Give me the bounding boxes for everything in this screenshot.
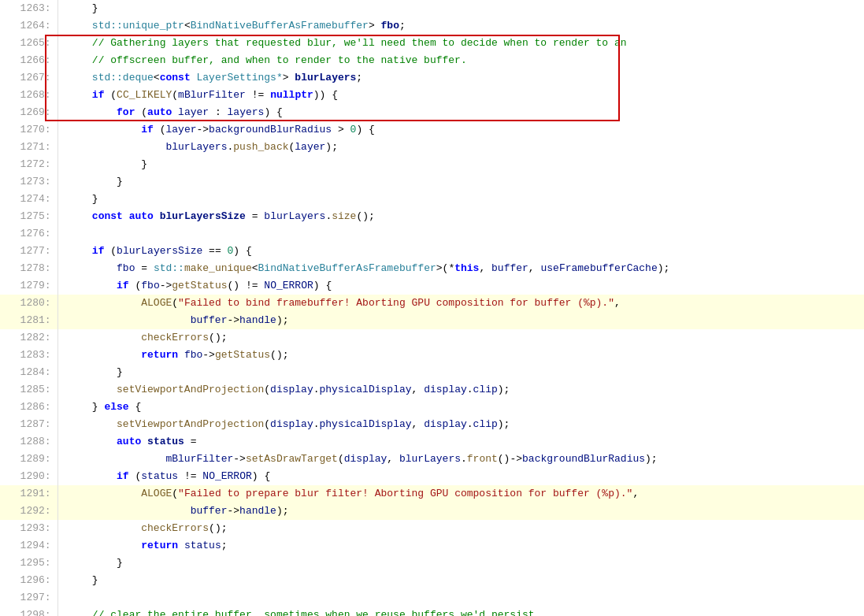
line-content: return status;: [57, 537, 864, 555]
line-content: std::unique_ptr<BindNativeBufferAsFrameb…: [57, 17, 864, 35]
line-content: }: [57, 173, 864, 191]
table-row: 1289: mBlurFilter->setAsDrawTarget(displ…: [0, 451, 864, 468]
line-content: [57, 225, 864, 243]
line-number: 1274:: [0, 191, 57, 208]
line-number: 1271:: [0, 139, 57, 156]
line-number: 1280:: [0, 295, 57, 312]
table-row: 1263: }: [0, 0, 864, 17]
line-number: 1270:: [0, 121, 57, 139]
line-number: 1275:: [0, 208, 57, 225]
line-number: 1264:: [0, 17, 57, 35]
line-content: auto status =: [57, 433, 864, 451]
line-content: } else {: [57, 399, 864, 416]
code-editor: 1263: } 1264: std::unique_ptr<BindNative…: [0, 0, 864, 616]
line-content: }: [57, 156, 864, 173]
line-number: 1284:: [0, 364, 57, 381]
line-number: 1267:: [0, 69, 57, 87]
table-row: 1266: // offscreen buffer, and when to r…: [0, 52, 864, 69]
table-row: 1283: return fbo->getStatus();: [0, 347, 864, 364]
line-content: const auto blurLayersSize = blurLayers.s…: [57, 208, 864, 225]
line-content: ALOGE("Failed to prepare blur filter! Ab…: [57, 485, 864, 503]
table-row: 1282: checkErrors();: [0, 329, 864, 347]
line-number: 1290:: [0, 468, 57, 485]
line-content: for (auto layer : layers) {: [57, 104, 864, 121]
line-content: mBlurFilter->setAsDrawTarget(display, bl…: [57, 451, 864, 468]
table-row: 1293: checkErrors();: [0, 520, 864, 537]
line-content: std::deque<const LayerSettings*> blurLay…: [57, 69, 864, 87]
line-content: if (CC_LIKELY(mBlurFilter != nullptr)) {: [57, 87, 864, 104]
table-row: 1288: auto status =: [0, 433, 864, 451]
line-number: 1286:: [0, 399, 57, 416]
line-number: 1298:: [0, 607, 57, 616]
line-number: 1279:: [0, 277, 57, 295]
table-row: 1264: std::unique_ptr<BindNativeBufferAs…: [0, 17, 864, 35]
line-number: 1265:: [0, 35, 57, 52]
table-row: 1286: } else {: [0, 399, 864, 416]
line-content: }: [57, 0, 864, 17]
line-number: 1294:: [0, 537, 57, 555]
table-row: 1296: }: [0, 572, 864, 589]
table-row: 1280: ALOGE("Failed to bind framebuffer!…: [0, 295, 864, 312]
line-content: ALOGE("Failed to bind framebuffer! Abort…: [57, 295, 864, 312]
table-row: 1273: }: [0, 173, 864, 191]
line-content: setViewportAndProjection(display.physica…: [57, 416, 864, 433]
line-number: 1278:: [0, 260, 57, 277]
table-row: 1285: setViewportAndProjection(display.p…: [0, 381, 864, 399]
line-content: }: [57, 555, 864, 572]
table-row: 1279: if (fbo->getStatus() != NO_ERROR) …: [0, 277, 864, 295]
line-number: 1297:: [0, 589, 57, 607]
line-number: 1287:: [0, 416, 57, 433]
line-number: 1289:: [0, 451, 57, 468]
line-content: setViewportAndProjection(display.physica…: [57, 381, 864, 399]
table-row: 1265: // Gathering layers that requested…: [0, 35, 864, 52]
line-number: 1295:: [0, 555, 57, 572]
line-number: 1281:: [0, 312, 57, 329]
line-content: if (layer->backgroundBlurRadius > 0) {: [57, 121, 864, 139]
table-row: 1298: // clear the entire buffer, someti…: [0, 607, 864, 616]
line-number: 1296:: [0, 572, 57, 589]
line-number: 1273:: [0, 173, 57, 191]
line-content: if (fbo->getStatus() != NO_ERROR) {: [57, 277, 864, 295]
line-content: }: [57, 364, 864, 381]
table-row: 1281: buffer->handle);: [0, 312, 864, 329]
line-content: if (blurLayersSize == 0) {: [57, 243, 864, 260]
table-row: 1276:: [0, 225, 864, 243]
table-row: 1272: }: [0, 156, 864, 173]
line-content: buffer->handle);: [57, 503, 864, 520]
line-number: 1293:: [0, 520, 57, 537]
table-row: 1291: ALOGE("Failed to prepare blur filt…: [0, 485, 864, 503]
line-number: 1268:: [0, 87, 57, 104]
line-content: if (status != NO_ERROR) {: [57, 468, 864, 485]
line-content: [57, 589, 864, 607]
line-content: }: [57, 191, 864, 208]
table-row: 1270: if (layer->backgroundBlurRadius > …: [0, 121, 864, 139]
table-row: 1295: }: [0, 555, 864, 572]
line-content: // offscreen buffer, and when to render …: [57, 52, 864, 69]
line-content: fbo = std::make_unique<BindNativeBufferA…: [57, 260, 864, 277]
line-number: 1283:: [0, 347, 57, 364]
line-number: 1266:: [0, 52, 57, 69]
line-content: // Gathering layers that requested blur,…: [57, 35, 864, 52]
line-number: 1288:: [0, 433, 57, 451]
table-row: 1294: return status;: [0, 537, 864, 555]
table-row: 1275: const auto blurLayersSize = blurLa…: [0, 208, 864, 225]
line-content: blurLayers.push_back(layer);: [57, 139, 864, 156]
line-number: 1291:: [0, 485, 57, 503]
table-row: 1290: if (status != NO_ERROR) {: [0, 468, 864, 485]
line-number: 1277:: [0, 243, 57, 260]
line-content: checkErrors();: [57, 520, 864, 537]
line-number: 1263:: [0, 0, 57, 17]
line-content: checkErrors();: [57, 329, 864, 347]
table-row: 1292: buffer->handle);: [0, 503, 864, 520]
line-content: buffer->handle);: [57, 312, 864, 329]
table-row: 1277: if (blurLayersSize == 0) {: [0, 243, 864, 260]
table-row: 1271: blurLayers.push_back(layer);: [0, 139, 864, 156]
table-row: 1284: }: [0, 364, 864, 381]
line-content: return fbo->getStatus();: [57, 347, 864, 364]
line-content: // clear the entire buffer, sometimes wh…: [57, 607, 864, 616]
line-number: 1282:: [0, 329, 57, 347]
line-number: 1272:: [0, 156, 57, 173]
table-row: 1278: fbo = std::make_unique<BindNativeB…: [0, 260, 864, 277]
line-content: }: [57, 572, 864, 589]
code-table: 1263: } 1264: std::unique_ptr<BindNative…: [0, 0, 864, 616]
